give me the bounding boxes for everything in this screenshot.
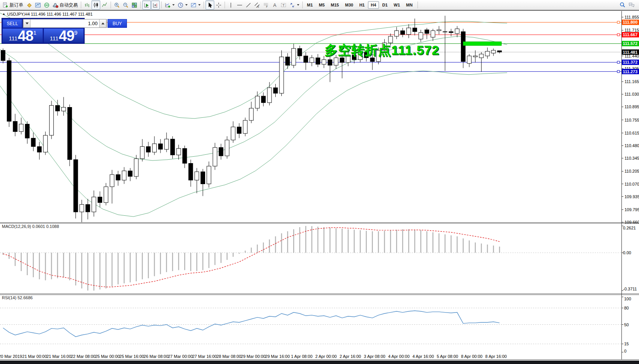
- chevron-down-icon[interactable]: [185, 4, 188, 6]
- tab-timeframe-d1[interactable]: D1: [380, 1, 390, 9]
- fibonacci-button[interactable]: F: [262, 0, 270, 10]
- periods-button[interactable]: [176, 0, 189, 10]
- crosshair-button[interactable]: [214, 0, 223, 10]
- profiles-button[interactable]: [25, 0, 34, 10]
- svg-text:110.345: 110.345: [625, 156, 639, 160]
- tab-timeframe-m30[interactable]: M30: [342, 1, 356, 9]
- hline-button[interactable]: [235, 0, 244, 10]
- toolbar-separator: [225, 2, 225, 8]
- auto-trading-icon: [53, 2, 58, 8]
- svg-text:21 Mar 00:00: 21 Mar 00:00: [22, 354, 47, 359]
- svg-text:4 Apr 00:00: 4 Apr 00:00: [388, 354, 409, 359]
- tile-windows-icon: [132, 2, 137, 8]
- channel-button[interactable]: E: [253, 0, 262, 10]
- zoom-in-button[interactable]: [112, 0, 121, 10]
- templates-button[interactable]: [189, 0, 202, 10]
- sell-price-button[interactable]: 111481: [3, 29, 43, 43]
- arrows-button[interactable]: [288, 0, 301, 10]
- macd-signal-line: [3, 228, 499, 287]
- search-icon[interactable]: [620, 2, 626, 8]
- auto-trading-button[interactable]: 自动交易: [51, 0, 79, 10]
- svg-text:110.615: 110.615: [625, 131, 639, 135]
- chat-icon[interactable]: [629, 2, 635, 8]
- text-button[interactable]: A: [270, 0, 279, 10]
- tab-timeframe-h1[interactable]: H1: [356, 1, 367, 9]
- buy-price-sup: 9: [74, 29, 77, 36]
- candlesticks: [1, 16, 502, 222]
- tab-timeframe-m15[interactable]: M15: [328, 1, 342, 9]
- svg-text:28 Mar 08:00: 28 Mar 08:00: [217, 354, 241, 359]
- volume-decrease-button[interactable]: [23, 19, 31, 27]
- toolbar-separator: [302, 2, 303, 8]
- toolbar-button-label: 自动交易: [59, 2, 78, 8]
- zoom-in-icon: [114, 2, 120, 8]
- svg-text:0.2621: 0.2621: [623, 226, 636, 230]
- chart-canvas[interactable]: 111.855111.715111.575111.440111.305111.1…: [0, 11, 639, 364]
- new-order-button[interactable]: 新订单: [1, 0, 25, 10]
- trendline-icon: [246, 2, 251, 8]
- volume-input[interactable]: [31, 19, 99, 27]
- line-chart-button[interactable]: [100, 0, 109, 10]
- svg-text:5 Apr 08:00: 5 Apr 08:00: [437, 354, 458, 359]
- trendline-button[interactable]: [244, 0, 253, 10]
- svg-text:2 Apr 00:00: 2 Apr 00:00: [315, 354, 337, 359]
- svg-text:111.372: 111.372: [623, 60, 638, 64]
- auto-scroll-button[interactable]: [142, 0, 151, 10]
- svg-text:29 Mar 00:00: 29 Mar 00:00: [241, 354, 266, 359]
- svg-text:T: T: [283, 3, 285, 7]
- chevron-down-icon[interactable]: [172, 4, 175, 6]
- templates-icon: [191, 2, 196, 8]
- tab-timeframe-m5[interactable]: M5: [316, 1, 327, 9]
- key-level-highlight-bar[interactable]: [463, 42, 501, 45]
- tab-timeframe-w1[interactable]: W1: [391, 1, 403, 9]
- charts-window-button[interactable]: [34, 0, 42, 10]
- svg-text:4 Apr 16:00: 4 Apr 16:00: [413, 354, 434, 359]
- vline-button[interactable]: [226, 0, 235, 10]
- chart-shift-button[interactable]: [151, 0, 160, 10]
- svg-text:111.800: 111.800: [623, 20, 638, 24]
- sell-button[interactable]: SELL: [3, 19, 22, 28]
- svg-text:50: 50: [624, 322, 629, 327]
- signals-button[interactable]: [42, 0, 51, 10]
- label-button[interactable]: T: [279, 0, 288, 10]
- price-axis: 111.855111.715111.575111.440111.305111.1…: [622, 15, 639, 224]
- periods-icon: [178, 2, 183, 8]
- collapse-panel-icon[interactable]: ▲: [2, 13, 5, 16]
- svg-text:111.667: 111.667: [623, 32, 638, 37]
- svg-text:110.070: 110.070: [625, 182, 639, 186]
- buy-button[interactable]: BUY: [108, 19, 127, 28]
- bar-chart-button[interactable]: [83, 0, 92, 10]
- svg-text:110.480: 110.480: [625, 143, 639, 148]
- tab-timeframe-m1[interactable]: M1: [304, 1, 315, 9]
- buy-price-button[interactable]: 111499: [44, 29, 84, 43]
- candlestick-icon: [93, 2, 99, 8]
- svg-text:E: E: [258, 5, 259, 8]
- candlestick-button[interactable]: [92, 0, 100, 10]
- svg-text:109.935: 109.935: [625, 194, 639, 199]
- chevron-down-icon[interactable]: [198, 4, 201, 6]
- sell-price-prefix: 111: [9, 35, 18, 42]
- chevron-down-icon[interactable]: [297, 4, 299, 6]
- toolbar-separator: [204, 2, 204, 8]
- rsi-panel: 1008050150: [0, 297, 631, 353]
- tab-timeframe-h4[interactable]: H4: [368, 1, 379, 9]
- volume-increase-button[interactable]: [99, 19, 106, 27]
- toolbar-button-label: 新订单: [10, 2, 23, 8]
- tile-windows-button[interactable]: [130, 0, 139, 10]
- cursor-button[interactable]: [206, 0, 214, 10]
- text-icon: A: [272, 2, 278, 8]
- svg-text:100: 100: [624, 297, 631, 301]
- svg-text:111.572: 111.572: [623, 41, 638, 46]
- chart-symbol-header: ▲ USDJPY,H4 111.496 111.496 111.467 111.…: [2, 12, 93, 16]
- zoom-out-button[interactable]: [121, 0, 130, 10]
- tab-timeframe-mn[interactable]: MN: [403, 1, 415, 9]
- toolbar-right-group: [620, 2, 638, 8]
- indicators-button[interactable]: [163, 0, 176, 10]
- zoom-out-icon: [123, 2, 128, 8]
- toolbar-separator: [81, 2, 81, 8]
- bar-chart-icon: [84, 2, 90, 8]
- signals-icon: [44, 2, 50, 8]
- svg-text:29 Mar 16:00: 29 Mar 16:00: [265, 354, 290, 359]
- svg-text:25 Mar 00:00: 25 Mar 00:00: [95, 354, 120, 359]
- hline-icon: [237, 2, 242, 8]
